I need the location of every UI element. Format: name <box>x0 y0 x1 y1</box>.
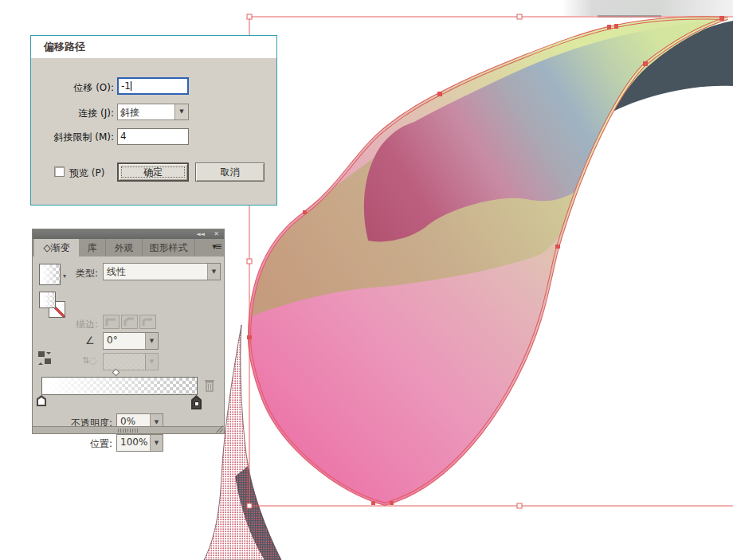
panel-menu-icon[interactable]: ▾≡ <box>212 241 221 252</box>
aspect-ratio-icon: ⇅◌ <box>82 355 97 366</box>
stroke-within-button <box>103 315 120 329</box>
preview-label: 预览 (P) <box>69 166 104 180</box>
chevron-down-icon[interactable]: ▼ <box>150 435 163 451</box>
angle-icon: ∠ <box>85 335 95 347</box>
drag-dots-handle[interactable] <box>118 429 139 433</box>
chevron-down-icon[interactable]: ▼ <box>207 264 220 280</box>
offset-label: 位移 (O): <box>31 81 114 95</box>
miter-limit-label: 斜接限制 (M): <box>31 131 114 144</box>
ok-button[interactable]: 确定 <box>117 163 189 182</box>
position-label: 位置: <box>33 437 112 451</box>
chevron-down-icon[interactable]: ▼ <box>145 333 158 349</box>
miter-limit-input[interactable]: 4 <box>117 128 189 145</box>
fill-proxy[interactable] <box>39 292 56 308</box>
join-label: 连接 (J): <box>31 107 114 120</box>
dialog-title: 偏移路径 <box>31 36 276 58</box>
reverse-gradient-icon[interactable] <box>38 351 54 366</box>
gradient-stop-left[interactable] <box>37 395 46 406</box>
panel-bottom-bar <box>33 426 224 433</box>
gradient-panel-body: ▾ 类型: 线性 ▼ 描边: ∠ <box>33 257 224 433</box>
preview-checkbox[interactable] <box>54 166 65 177</box>
text-caret <box>131 81 131 91</box>
join-select[interactable]: 斜接 ▼ <box>117 104 189 120</box>
chevron-down-icon[interactable]: ▼ <box>174 104 188 119</box>
gradient-panel: ◄◄ ✕ ◇渐变 库 外观 图形样式 ▾≡ ▾ 类型: <box>32 229 225 434</box>
close-icon[interactable]: ✕ <box>214 230 219 238</box>
stroke-along-button <box>121 315 138 329</box>
offset-input[interactable]: -1 <box>117 77 189 95</box>
offset-path-dialog: 偏移路径 位移 (O): -1 连接 (J): 斜接 ▼ 斜接限制 (M): 4… <box>30 35 277 206</box>
tab-gradient[interactable]: ◇渐变 <box>34 239 79 257</box>
type-select[interactable]: 线性 ▼ <box>103 263 221 280</box>
cancel-button[interactable]: 取消 <box>195 163 265 182</box>
focus-ring <box>121 166 185 178</box>
panel-tab-bar: ◇渐变 库 外观 图形样式 ▾≡ <box>33 239 224 257</box>
tab-libraries[interactable]: 库 <box>79 239 106 257</box>
delete-stop-icon <box>203 378 216 396</box>
stroke-across-button <box>139 315 156 329</box>
angle-select[interactable]: 0° ▼ <box>103 332 159 350</box>
aspect-ratio-select: ▼ <box>103 353 159 370</box>
stroke-label: 描边: <box>33 318 98 331</box>
panel-titlebar[interactable]: ◄◄ ✕ <box>33 229 224 239</box>
panel-cycle-icon[interactable]: ◇ <box>43 242 50 253</box>
chevron-down-icon: ▼ <box>145 354 158 370</box>
position-select[interactable]: 100% ▼ <box>116 434 163 452</box>
gradient-stop-right[interactable] <box>191 395 202 409</box>
gradient-slider[interactable] <box>41 377 198 395</box>
collapse-icon[interactable]: ◄◄ <box>196 230 205 238</box>
type-label: 类型: <box>33 267 98 280</box>
gray-gradient-object[interactable] <box>562 0 733 16</box>
tab-appearance[interactable]: 外观 <box>106 239 143 257</box>
tab-graphic-styles[interactable]: 图形样式 <box>143 239 195 257</box>
illustrator-workspace: 偏移路径 位移 (O): -1 连接 (J): 斜接 ▼ 斜接限制 (M): 4… <box>0 0 733 560</box>
